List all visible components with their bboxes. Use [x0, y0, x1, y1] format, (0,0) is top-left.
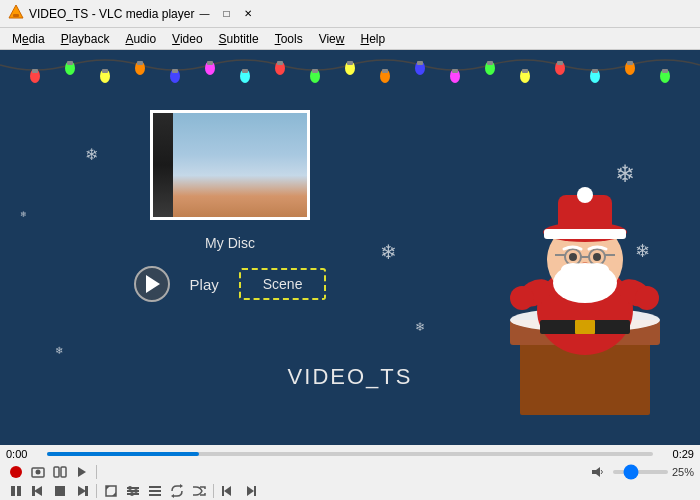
playlist-button[interactable]: [145, 482, 165, 500]
svg-point-48: [510, 286, 534, 310]
fullscreen-button[interactable]: [101, 482, 121, 500]
svg-rect-79: [85, 486, 88, 496]
title-bar: VIDEO_TS - VLC media player — □ ✕: [0, 0, 700, 28]
next-frame-button[interactable]: [240, 482, 260, 500]
progress-track[interactable]: [47, 452, 653, 456]
svg-rect-24: [137, 61, 143, 65]
svg-point-86: [128, 486, 132, 490]
scene-button[interactable]: Scene: [239, 268, 327, 300]
play-label: Play: [190, 276, 219, 293]
controls-row-2: [0, 482, 700, 500]
progress-fill: [47, 452, 199, 456]
svg-marker-92: [180, 484, 183, 488]
svg-marker-72: [592, 467, 600, 477]
menu-video[interactable]: Video: [164, 30, 210, 48]
svg-rect-34: [487, 61, 493, 65]
svg-marker-96: [247, 486, 254, 496]
svg-rect-26: [207, 61, 213, 65]
volume-label: 25%: [672, 466, 694, 478]
record-button[interactable]: [6, 463, 26, 481]
prev-chapter-button[interactable]: [28, 482, 48, 500]
snowflake: ❄: [55, 345, 63, 356]
svg-rect-38: [627, 61, 633, 65]
svg-rect-35: [522, 69, 528, 73]
svg-marker-93: [171, 494, 174, 498]
svg-point-65: [585, 263, 609, 277]
next-chapter-button[interactable]: [72, 482, 92, 500]
svg-point-56: [593, 253, 601, 261]
svg-rect-74: [17, 486, 21, 496]
svg-rect-91: [149, 494, 161, 496]
svg-marker-94: [224, 486, 231, 496]
dvd-menu-content: My Disc Play Scene: [80, 110, 380, 302]
svg-rect-30: [347, 61, 353, 65]
svg-rect-37: [592, 69, 598, 73]
svg-rect-95: [222, 486, 224, 496]
play-row: Play Scene: [134, 266, 327, 302]
menu-view[interactable]: View: [311, 30, 353, 48]
svg-point-88: [130, 492, 134, 496]
svg-rect-69: [54, 467, 59, 477]
svg-point-87: [134, 489, 138, 493]
svg-rect-77: [55, 486, 65, 496]
close-button[interactable]: ✕: [238, 6, 258, 22]
svg-rect-36: [557, 61, 563, 65]
pause-button[interactable]: [6, 482, 26, 500]
svg-point-64: [561, 263, 585, 277]
svg-point-55: [569, 253, 577, 261]
svg-point-49: [635, 286, 659, 310]
menu-help[interactable]: Help: [352, 30, 393, 48]
time-elapsed: 0:00: [6, 448, 41, 460]
svg-marker-78: [78, 486, 86, 496]
svg-rect-45: [575, 320, 595, 334]
menu-bar: Media Playback Audio Video Subtitle Tool…: [0, 28, 700, 50]
controls-row-1: 25%: [0, 462, 700, 482]
svg-rect-90: [149, 490, 161, 492]
svg-rect-97: [254, 486, 256, 496]
play-small-button[interactable]: [72, 463, 92, 481]
play-button[interactable]: [134, 266, 170, 302]
screenshot-button[interactable]: [28, 463, 48, 481]
svg-rect-29: [312, 69, 318, 73]
random-button[interactable]: [189, 482, 209, 500]
svg-point-53: [577, 187, 593, 203]
controls-panel: 0:00 0:29 25%: [0, 445, 700, 500]
menu-media[interactable]: Media: [4, 30, 53, 48]
frame-button[interactable]: [50, 463, 70, 481]
snowflake: ❄: [415, 320, 425, 334]
loop-button[interactable]: [167, 482, 187, 500]
prev-frame-button[interactable]: [218, 482, 238, 500]
progress-bar-container: 0:00 0:29: [0, 445, 700, 462]
svg-rect-22: [67, 61, 73, 65]
title-text: VIDEO_TS - VLC media player: [29, 7, 194, 21]
christmas-lights: [0, 50, 700, 95]
volume-icon[interactable]: [587, 463, 607, 481]
stop-button[interactable]: [50, 482, 70, 500]
svg-point-68: [36, 470, 41, 475]
svg-marker-75: [34, 486, 42, 496]
svg-rect-54: [544, 229, 626, 239]
maximize-button[interactable]: □: [216, 6, 236, 22]
time-total: 0:29: [659, 448, 694, 460]
svg-rect-70: [61, 467, 66, 477]
svg-rect-31: [382, 69, 388, 73]
svg-rect-25: [172, 69, 178, 73]
minimize-button[interactable]: —: [194, 6, 214, 22]
menu-tools[interactable]: Tools: [267, 30, 311, 48]
santa-illustration: [480, 145, 680, 415]
svg-rect-73: [11, 486, 15, 496]
svg-rect-23: [102, 69, 108, 73]
menu-subtitle[interactable]: Subtitle: [211, 30, 267, 48]
extended-button[interactable]: [123, 482, 143, 500]
svg-rect-28: [277, 61, 283, 65]
svg-rect-32: [417, 61, 423, 65]
menu-playback[interactable]: Playback: [53, 30, 118, 48]
disc-label: My Disc: [205, 235, 255, 251]
vlc-icon: [8, 4, 24, 23]
disc-thumbnail: [150, 110, 310, 220]
svg-rect-76: [32, 486, 35, 496]
snowflake: ❄: [20, 210, 27, 219]
menu-audio[interactable]: Audio: [117, 30, 164, 48]
volume-slider[interactable]: [613, 470, 668, 474]
svg-rect-33: [452, 69, 458, 73]
